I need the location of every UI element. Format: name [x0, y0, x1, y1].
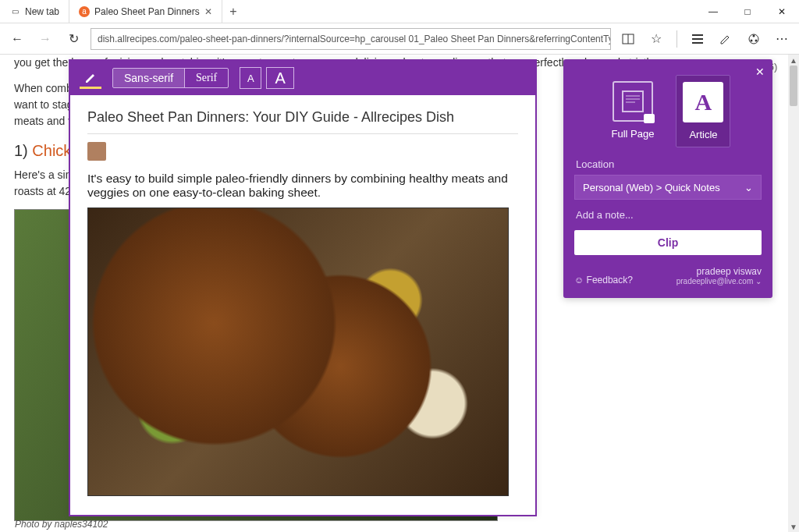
allrecipes-icon: a — [79, 6, 90, 17]
preview-image — [87, 207, 509, 496]
maximize-button[interactable]: □ — [730, 0, 765, 23]
tab-allrecipes[interactable]: a Paleo Sheet Pan Dinners ✕ — [69, 0, 222, 23]
user-email: pradeeplive@live.com — [676, 277, 754, 286]
article-icon: A — [683, 82, 723, 122]
close-icon[interactable]: ✕ — [204, 6, 212, 17]
toolbar-right: ☆ ⋯ — [617, 28, 793, 50]
feedback-link[interactable]: ☺ Feedback? — [574, 275, 633, 286]
recipe-link[interactable]: Chick — [32, 142, 71, 159]
window-controls: — □ ✕ — [696, 0, 799, 23]
account-menu[interactable]: pradeep viswav pradeeplive@live.com ⌄ — [676, 266, 762, 286]
share-icon[interactable] — [743, 28, 765, 50]
scrollbar[interactable]: ▲ ▼ — [788, 55, 799, 532]
panel-footer: ☺ Feedback? pradeep viswav pradeeplive@l… — [574, 266, 762, 286]
clipper-panel: ✕ Full Page A Article Location Personal … — [563, 59, 772, 298]
minimize-button[interactable]: — — [696, 0, 730, 23]
reading-view-icon[interactable] — [617, 28, 639, 50]
svg-point-8 — [755, 39, 758, 41]
mode-label: Article — [689, 129, 717, 140]
titlebar: ▭ New tab a Paleo Sheet Pan Dinners ✕ + … — [0, 0, 799, 23]
back-button[interactable]: ← — [6, 28, 28, 50]
panel-close-button[interactable]: ✕ — [755, 66, 765, 78]
webnote-icon[interactable] — [715, 28, 737, 50]
mode-article[interactable]: A Article — [676, 75, 730, 147]
note-input[interactable]: Add a note... — [576, 209, 762, 221]
forward-button[interactable]: → — [34, 28, 56, 50]
fullpage-icon — [613, 81, 653, 122]
tab-title: New tab — [25, 6, 59, 17]
clip-button[interactable]: Clip — [574, 230, 762, 255]
user-name: pradeep viswav — [676, 266, 762, 277]
chevron-down-icon: ⌄ — [744, 182, 753, 193]
font-sans-button[interactable]: Sans-serif — [113, 69, 184, 87]
new-tab-button[interactable]: + — [222, 5, 244, 19]
svg-rect-9 — [623, 91, 643, 112]
favorite-icon[interactable]: ☆ — [645, 28, 667, 50]
highlighter-button[interactable] — [80, 67, 101, 89]
mode-label: Full Page — [612, 128, 655, 140]
separator — [676, 30, 677, 48]
chevron-down-icon: ⌄ — [755, 277, 762, 286]
author-avatar — [87, 142, 106, 161]
refresh-button[interactable]: ↻ — [62, 28, 84, 50]
more-icon[interactable]: ⋯ — [771, 28, 793, 50]
font-serif-button[interactable]: Serif — [184, 69, 228, 87]
url-text: dish.allrecipes.com/paleo-sheet-pan-dinn… — [98, 34, 611, 44]
page-icon: ▭ — [9, 6, 20, 17]
scroll-up-icon[interactable]: ▲ — [788, 55, 799, 66]
location-label: Location — [576, 158, 762, 170]
scroll-down-icon[interactable]: ▼ — [788, 521, 799, 532]
location-dropdown[interactable]: Personal (Web) > Quick Notes ⌄ — [574, 175, 762, 200]
preview-body: Paleo Sheet Pan Dinners: Your DIY Guide … — [70, 95, 535, 515]
preview-title: Paleo Sheet Pan Dinners: Your DIY Guide … — [87, 109, 518, 134]
mode-fullpage[interactable]: Full Page — [605, 75, 661, 147]
svg-point-7 — [751, 39, 753, 41]
size-small-button[interactable]: A — [240, 67, 261, 89]
image-caption: Photo by naples34102 — [15, 517, 497, 531]
clipper-preview: Sans-serif Serif A A Paleo Sheet Pan Din… — [69, 59, 537, 516]
scrollbar-thumb[interactable] — [790, 66, 797, 106]
smiley-icon: ☺ — [574, 275, 587, 286]
size-toggle: A A — [240, 67, 294, 89]
preview-toolbar: Sans-serif Serif A A — [70, 61, 535, 95]
toolbar: ← → ↻ dish.allrecipes.com/paleo-sheet-pa… — [0, 23, 799, 55]
tabstrip: ▭ New tab a Paleo Sheet Pan Dinners ✕ + — [0, 0, 244, 23]
tab-title: Paleo Sheet Pan Dinners — [94, 6, 200, 17]
camera-icon — [644, 114, 655, 123]
preview-text: It's easy to build simple paleo-friendly… — [87, 172, 518, 200]
window-close-button[interactable]: ✕ — [765, 0, 799, 23]
hub-icon[interactable] — [687, 28, 708, 50]
mode-selector: Full Page A Article — [574, 75, 762, 147]
tab-new[interactable]: ▭ New tab — [0, 0, 69, 23]
font-toggle: Sans-serif Serif — [112, 68, 229, 88]
size-large-button[interactable]: A — [266, 67, 294, 89]
address-bar[interactable]: dish.allrecipes.com/paleo-sheet-pan-dinn… — [91, 28, 611, 50]
location-value: Personal (Web) > Quick Notes — [583, 182, 720, 193]
svg-point-6 — [753, 34, 755, 37]
